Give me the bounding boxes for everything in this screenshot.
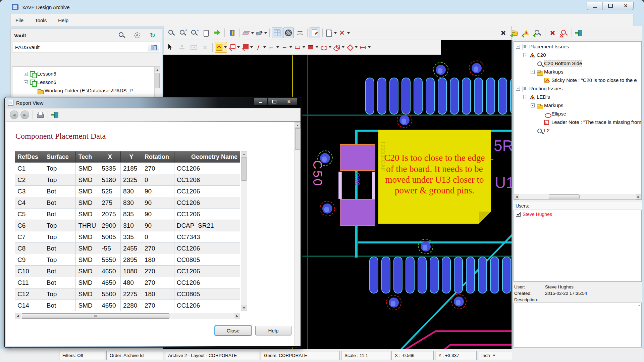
delete-issue-button[interactable]	[547, 28, 558, 38]
dropdown-caret-icon[interactable]	[347, 32, 350, 35]
expander[interactable]: -	[523, 95, 527, 99]
vault-settings-button[interactable]	[132, 30, 143, 41]
scroll-down-icon[interactable]: ▼	[241, 305, 247, 311]
add-issue-button[interactable]	[521, 28, 532, 38]
table-row[interactable]: C12TopSMD55002275180CC0805	[15, 288, 240, 300]
zoom-page-button[interactable]	[200, 28, 211, 38]
scroll-up-icon[interactable]: ▲	[241, 151, 247, 157]
report-maximize-button[interactable]	[267, 98, 281, 105]
table-row[interactable]: C4BotSMD27583090CC1206	[15, 197, 240, 208]
select-button[interactable]	[165, 42, 176, 53]
add-folder-button[interactable]	[509, 28, 520, 38]
table-row[interactable]: C14BotSMD46502280270CC1206	[15, 300, 240, 311]
dropdown-caret-icon[interactable]	[289, 46, 292, 49]
scroll-left-icon[interactable]: ◀	[514, 194, 519, 199]
dropdown-caret-icon[interactable]	[303, 46, 305, 49]
scroll-left-icon[interactable]: ◀	[15, 313, 20, 319]
export-icon[interactable]	[51, 111, 59, 119]
scroll-up-icon[interactable]: ▲	[295, 122, 301, 128]
column-header-rotation[interactable]: Rotation	[142, 151, 174, 163]
vault-selector[interactable]: PADSVault	[12, 42, 160, 52]
measure-button[interactable]	[338, 28, 350, 38]
tree-item-lesson6[interactable]: -Lesson6	[12, 78, 160, 86]
status-units[interactable]: Inch	[478, 351, 512, 360]
expander[interactable]: -	[516, 45, 520, 49]
checkbox-checked-icon[interactable]	[516, 212, 521, 217]
user-item-steve-hughes[interactable]: Steve Hughes	[516, 212, 639, 217]
dropdown-caret-icon[interactable]	[224, 46, 227, 49]
zoom-select-button[interactable]	[166, 28, 177, 38]
tree-item-placement-issues[interactable]: -Placement Issues	[515, 42, 641, 51]
table-vscrollbar[interactable]: ▲ ▼	[241, 151, 247, 311]
table-row[interactable]: C2TopSMD518023250CC1206	[15, 174, 240, 185]
menu-help[interactable]: Help	[58, 17, 68, 23]
tree-item-l2[interactable]: L2	[515, 126, 641, 135]
trace-toggle-button[interactable]	[294, 28, 305, 38]
dropdown-caret-icon[interactable]	[251, 32, 254, 35]
grid-toggle-button[interactable]	[272, 28, 282, 38]
ellipse-tool-button[interactable]	[319, 42, 332, 53]
layer-colors-button[interactable]	[227, 28, 237, 38]
close-report-button[interactable]: Close	[215, 326, 251, 335]
close-panel-button[interactable]	[498, 28, 509, 38]
tree-item-markups[interactable]: -Markups	[515, 67, 641, 76]
tree-item-working-folder-e-databases-pads-p[interactable]: Working Folder (E:\Databases\PADS_P	[12, 86, 160, 95]
sticky-note-tool-button[interactable]	[215, 42, 227, 53]
tree-item-leader-note-the-trace-is-missing-from[interactable]: Leader Note : "The trace is missing from	[515, 118, 641, 126]
table-hscrollbar[interactable]: ◀ ▶	[15, 313, 240, 319]
dimension-tool-button[interactable]	[359, 42, 371, 53]
tree-item-led-s[interactable]: -LED's	[515, 93, 641, 101]
close-button[interactable]	[618, 2, 633, 10]
description-field[interactable]: ▲	[514, 303, 642, 348]
report-close-button[interactable]	[281, 98, 297, 105]
zoom-out-button[interactable]: -	[189, 28, 200, 38]
report-minimize-button[interactable]	[254, 98, 267, 105]
fill-toggle-button[interactable]	[283, 28, 294, 38]
minimize-button[interactable]	[587, 2, 602, 10]
table-row[interactable]: C9TopSMD55502895180CC0805	[15, 254, 240, 265]
scroll-up-icon[interactable]: ▲	[155, 67, 160, 72]
tree-item-c20[interactable]: -C20	[515, 51, 641, 59]
markup-mode-button[interactable]	[310, 28, 320, 38]
expander[interactable]: -	[516, 87, 520, 91]
rectangle-tool-button[interactable]	[293, 42, 306, 53]
help-button[interactable]: Help	[255, 326, 291, 335]
vault-search-button[interactable]	[116, 30, 127, 41]
filled-rect-tool-button[interactable]	[306, 42, 319, 53]
column-header-geometry-name[interactable]: Geometry Name	[174, 151, 240, 163]
expander[interactable]: -	[531, 103, 535, 107]
table-row[interactable]: C10BotSMD46501080270CC1206	[15, 265, 240, 277]
scroll-right-icon[interactable]: ▶	[234, 313, 240, 319]
column-header-surface[interactable]: Surface	[44, 151, 76, 163]
dropdown-caret-icon[interactable]	[334, 32, 337, 35]
scroll-up-icon[interactable]: ▲	[638, 304, 641, 307]
expander[interactable]: -	[531, 70, 535, 74]
units-dropdown-icon[interactable]	[493, 355, 495, 358]
table-row[interactable]: C8BotSMD-552455270CC1206	[15, 242, 240, 254]
dropdown-caret-icon[interactable]	[237, 46, 240, 49]
column-header-x[interactable]: X	[99, 151, 120, 163]
column-header-y[interactable]: Y	[120, 151, 142, 163]
column-header-refdes[interactable]: RefDes	[15, 151, 44, 163]
issues-tree-hscrollbar[interactable]: ◀ ▶	[514, 194, 641, 199]
dropdown-caret-icon[interactable]	[368, 46, 371, 49]
menu-file[interactable]: File	[15, 17, 23, 23]
table-row[interactable]: C6TopTHRU290031090DCAP_SR21	[15, 220, 240, 231]
text-note-tool-button[interactable]	[241, 42, 253, 53]
polygon-tool-button[interactable]	[345, 42, 358, 53]
pan-button[interactable]	[212, 28, 222, 38]
tree-item-c20-bottom-side[interactable]: C20 Bottom Side	[515, 59, 641, 67]
tree-item-routing-issues[interactable]: -Routing Issues	[515, 84, 641, 93]
expander[interactable]: -	[24, 80, 28, 84]
exit-review-button[interactable]	[574, 28, 585, 38]
tree-item-lesson5[interactable]: +Lesson5	[12, 70, 160, 78]
print-icon[interactable]	[36, 111, 44, 119]
menu-tools[interactable]: Tools	[35, 17, 47, 23]
dropdown-caret-icon[interactable]	[250, 46, 253, 49]
report-title-bar[interactable]: Report View	[5, 97, 302, 108]
table-row[interactable]: C3BotSMD52583090CC1206	[15, 185, 240, 197]
polyline-tool-button[interactable]: ⌐	[267, 42, 279, 53]
zoom-in-button[interactable]: +	[177, 28, 188, 38]
add-view-button[interactable]	[532, 28, 543, 38]
remove-view-button[interactable]: ×	[559, 28, 570, 38]
